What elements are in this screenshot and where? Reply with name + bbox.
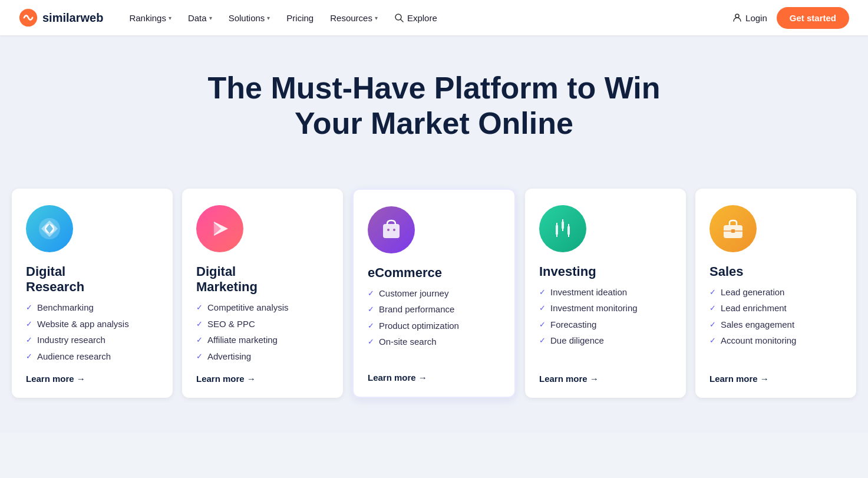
learn-more-digital-marketing[interactable]: Learn more →	[196, 374, 329, 384]
check-icon: ✓	[26, 319, 32, 329]
check-icon: ✓	[539, 320, 546, 330]
list-item: ✓Due diligence	[539, 335, 672, 347]
list-item: ✓Brand performance	[368, 304, 500, 315]
list-item: ✓On-site search	[368, 336, 500, 348]
svg-point-9	[387, 229, 390, 231]
check-icon: ✓	[196, 303, 203, 313]
check-icon: ✓	[368, 305, 374, 315]
card-icon-investing	[539, 205, 586, 252]
card-title-ecommerce: eCommerce	[368, 265, 500, 281]
list-item: ✓SEO & PPC	[196, 318, 329, 330]
svg-rect-22	[731, 229, 735, 233]
check-icon: ✓	[196, 319, 203, 329]
list-item: ✓Forecasting	[539, 319, 672, 331]
check-icon: ✓	[368, 321, 374, 331]
user-icon	[732, 13, 742, 22]
learn-more-ecommerce[interactable]: Learn more →	[368, 372, 500, 383]
card-title-digital-research: DigitalResearch	[26, 264, 159, 295]
check-icon: ✓	[539, 304, 546, 314]
logo-text: similarweb	[42, 11, 103, 25]
card-icon-digital-marketing	[196, 205, 243, 252]
check-icon: ✓	[26, 335, 32, 345]
card-icon-digital-research	[26, 205, 73, 252]
card-digital-research: DigitalResearch ✓Benchmarking ✓Website &…	[12, 189, 173, 398]
svg-rect-17	[567, 226, 570, 235]
nav-item-solutions[interactable]: Solutions ▾	[222, 8, 278, 28]
nav-item-resources[interactable]: Resources ▾	[323, 8, 385, 28]
list-item: ✓Affiliate marketing	[196, 334, 329, 346]
svg-rect-11	[556, 225, 558, 235]
list-item: ✓Product optimization	[368, 320, 500, 332]
check-icon: ✓	[196, 352, 203, 362]
card-investing: Investing ✓Investment ideation ✓Investme…	[525, 189, 686, 398]
card-list-investing: ✓Investment ideation ✓Investment monitor…	[539, 286, 672, 362]
list-item: ✓Investment ideation	[539, 286, 672, 298]
card-list-sales: ✓Lead generation ✓Lead enrichment ✓Sales…	[709, 286, 842, 362]
card-digital-marketing: DigitalMarketing ✓Competitive analysis ✓…	[182, 189, 343, 398]
check-icon: ✓	[196, 335, 203, 345]
learn-more-digital-research[interactable]: Learn more →	[26, 374, 159, 384]
chevron-down-icon: ▾	[267, 15, 270, 21]
svg-point-10	[393, 229, 395, 231]
nav-item-pricing[interactable]: Pricing	[279, 8, 321, 28]
chevron-down-icon: ▾	[375, 15, 378, 21]
list-item: ✓Lead enrichment	[709, 302, 842, 314]
list-item: ✓Benchmarking	[26, 302, 159, 314]
cards-row: DigitalResearch ✓Benchmarking ✓Website &…	[12, 189, 856, 398]
get-started-button[interactable]: Get started	[777, 7, 849, 29]
list-item: ✓Advertising	[196, 351, 329, 362]
learn-more-sales[interactable]: Learn more →	[709, 374, 842, 384]
svg-point-3	[735, 14, 739, 18]
check-icon: ✓	[709, 304, 716, 314]
svg-rect-8	[383, 224, 400, 238]
list-item: ✓Sales engagement	[709, 319, 842, 331]
nav-right: Login Get started	[732, 7, 849, 29]
learn-more-investing[interactable]: Learn more →	[539, 374, 672, 384]
check-icon: ✓	[368, 337, 374, 347]
check-icon: ✓	[26, 352, 32, 362]
card-list-digital-research: ✓Benchmarking ✓Website & app analysis ✓I…	[26, 302, 159, 362]
check-icon: ✓	[709, 288, 716, 298]
check-icon: ✓	[709, 320, 716, 330]
list-item: ✓Website & app analysis	[26, 318, 159, 330]
check-icon: ✓	[539, 336, 546, 346]
svg-line-2	[401, 19, 403, 22]
list-item: ✓Account monitoring	[709, 335, 842, 347]
list-item: ✓Lead generation	[709, 286, 842, 298]
investing-icon	[550, 216, 576, 242]
navbar: similarweb Rankings ▾ Data ▾ Solutions ▾…	[0, 0, 868, 35]
chevron-down-icon: ▾	[209, 15, 212, 21]
sales-icon	[720, 216, 746, 242]
nav-item-rankings[interactable]: Rankings ▾	[122, 8, 179, 28]
card-ecommerce: eCommerce ✓Customer journey ✓Brand perfo…	[352, 189, 516, 398]
ecommerce-icon	[378, 217, 404, 243]
list-item: ✓Audience research	[26, 351, 159, 362]
card-title-sales: Sales	[709, 264, 842, 279]
card-icon-ecommerce	[368, 206, 415, 253]
hero-section: The Must-Have Platform to Win Your Marke…	[0, 35, 868, 189]
list-item: ✓Investment monitoring	[539, 302, 672, 314]
nav-explore[interactable]: Explore	[387, 8, 444, 28]
check-icon: ✓	[709, 336, 716, 346]
cards-container: DigitalResearch ✓Benchmarking ✓Website &…	[0, 189, 868, 434]
research-icon	[37, 216, 62, 242]
chevron-down-icon: ▾	[169, 15, 171, 21]
svg-rect-14	[562, 222, 564, 229]
card-list-ecommerce: ✓Customer journey ✓Brand performance ✓Pr…	[368, 288, 500, 361]
card-title-investing: Investing	[539, 264, 672, 279]
search-icon	[394, 13, 404, 22]
login-button[interactable]: Login	[732, 13, 767, 23]
list-item: ✓Competitive analysis	[196, 302, 329, 314]
nav-links: Rankings ▾ Data ▾ Solutions ▾ Pricing Re…	[122, 8, 732, 28]
logo[interactable]: similarweb	[19, 8, 103, 27]
hero-title: The Must-Have Platform to Win Your Marke…	[193, 71, 676, 141]
card-list-digital-marketing: ✓Competitive analysis ✓SEO & PPC ✓Affili…	[196, 302, 329, 362]
list-item: ✓Industry research	[26, 334, 159, 346]
card-sales: Sales ✓Lead generation ✓Lead enrichment …	[695, 189, 856, 398]
check-icon: ✓	[368, 289, 374, 299]
card-title-digital-marketing: DigitalMarketing	[196, 264, 329, 295]
check-icon: ✓	[539, 288, 546, 298]
list-item: ✓Customer journey	[368, 288, 500, 299]
check-icon: ✓	[26, 303, 32, 313]
nav-item-data[interactable]: Data ▾	[181, 8, 219, 28]
